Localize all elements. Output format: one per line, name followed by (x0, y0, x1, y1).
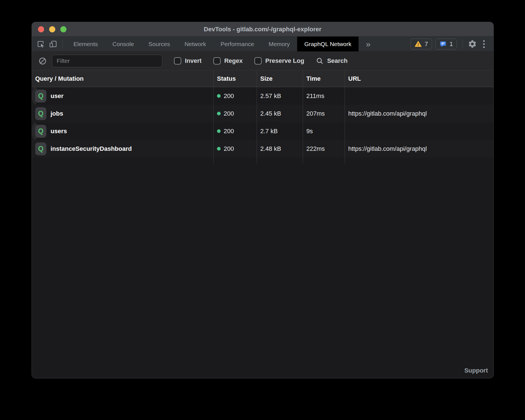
request-time: 9s (306, 128, 313, 135)
tab-network[interactable]: Network (177, 37, 213, 51)
block-icon (38, 57, 47, 65)
kebab-dot (483, 46, 485, 48)
status-ok-dot (217, 94, 221, 98)
status-badges: 7 1 (411, 37, 457, 51)
request-size: 2.45 kB (260, 110, 281, 117)
column-header-status[interactable]: Status (213, 70, 257, 87)
tab-memory[interactable]: Memory (261, 37, 297, 51)
request-url: https://gitlab.com/api/graphql (348, 145, 427, 152)
status-code: 200 (224, 128, 234, 135)
table-row[interactable]: Quser2002.57 kB211mshttps://gitlab.com/a… (32, 87, 38, 105)
status-code: 200 (224, 92, 234, 100)
filter-toolbar: InvertRegexPreserve Log Search (32, 52, 493, 70)
checkbox-box[interactable] (174, 57, 181, 65)
column-header-size[interactable]: Size (257, 70, 303, 87)
warnings-count: 7 (425, 40, 428, 48)
titlebar: DevTools - gitlab.com/-/graphql-explorer (32, 22, 493, 37)
window-title: DevTools - gitlab.com/-/graphql-explorer (32, 26, 493, 33)
query-type-badge: Q (35, 90, 46, 102)
warnings-badge-button[interactable]: 7 (411, 39, 432, 49)
inspect-element-button[interactable] (35, 37, 47, 51)
message-icon (439, 40, 447, 48)
device-toolbar-icon (49, 40, 57, 48)
tabbar-right-separator (462, 40, 463, 48)
query-name: user (51, 92, 63, 100)
kebab-dot (483, 40, 485, 42)
tab-console[interactable]: Console (105, 37, 141, 51)
support-link[interactable]: Support (464, 367, 488, 374)
query-type-badge: Q (35, 142, 46, 155)
table-row[interactable]: QinstanceSecurityDashboard2002.48 kB222m… (32, 140, 493, 157)
issues-badge-button[interactable]: 1 (435, 39, 457, 49)
checkbox-invert[interactable]: Invert (174, 57, 202, 65)
devtools-tabbar: ElementsConsoleSourcesNetworkPerformance… (32, 37, 493, 52)
checkbox-label: Regex (224, 57, 243, 65)
device-toolbar-button[interactable] (47, 37, 59, 51)
request-size: 2.48 kB (260, 145, 281, 152)
query-name: users (51, 128, 67, 135)
panel-body: Support (32, 164, 493, 378)
status-ok-dot (217, 147, 221, 151)
query-name: instanceSecurityDashboard (51, 145, 132, 152)
checkbox-label: Preserve Log (265, 57, 304, 65)
tab-performance[interactable]: Performance (213, 37, 261, 51)
query-type-badge: Q (35, 107, 46, 120)
request-url: https://gitlab.com/api/graphql (348, 110, 427, 117)
table-row[interactable]: Qjobs2002.45 kB207mshttps://gitlab.com/a… (32, 105, 493, 122)
close-window-button[interactable] (38, 26, 44, 32)
checkbox-box[interactable] (254, 57, 262, 65)
tab-sources[interactable]: Sources (141, 37, 177, 51)
warning-icon (414, 40, 422, 48)
more-options-button[interactable] (478, 37, 490, 51)
filter-checkboxes: InvertRegexPreserve Log (162, 57, 304, 65)
search-icon (316, 57, 324, 65)
request-time: 211ms (306, 92, 324, 100)
table-header: Query / Mutation Status Size Time URL (32, 70, 493, 87)
clear-button[interactable] (37, 57, 48, 65)
request-time: 207ms (306, 110, 325, 117)
status-code: 200 (224, 145, 234, 152)
status-code: 200 (224, 110, 234, 117)
query-type-badge: Q (35, 125, 46, 138)
status-ok-dot (217, 129, 221, 133)
request-list: Quser2002.57 kB211mshttps://gitlab.com/a… (32, 87, 493, 157)
column-header-query-mutation[interactable]: Query / Mutation (32, 70, 213, 87)
checkbox-label: Invert (185, 57, 202, 65)
gear-icon (468, 39, 477, 49)
tab-graphql-network[interactable]: GraphQL Network (297, 37, 359, 51)
devtools-window: DevTools - gitlab.com/-/graphql-explorer… (32, 22, 494, 378)
kebab-dot (483, 43, 485, 45)
tab-elements[interactable]: Elements (66, 37, 105, 51)
issues-count: 1 (450, 40, 453, 48)
minimize-window-button[interactable] (49, 26, 55, 32)
query-name: jobs (51, 110, 63, 117)
panel-tabs: ElementsConsoleSourcesNetworkPerformance… (66, 37, 359, 51)
tabbar-separator (63, 40, 63, 48)
search-toggle[interactable]: Search (316, 57, 347, 65)
checkbox-box[interactable] (213, 57, 221, 65)
request-size: 2.7 kB (260, 128, 278, 135)
settings-button[interactable] (466, 37, 478, 51)
column-header-url[interactable]: URL (345, 70, 493, 87)
search-label: Search (327, 57, 347, 65)
filter-input[interactable] (52, 55, 162, 67)
request-time: 222ms (306, 145, 325, 152)
status-ok-dot (217, 112, 221, 115)
checkbox-preserve-log[interactable]: Preserve Log (254, 57, 304, 65)
checkbox-regex[interactable]: Regex (213, 57, 243, 65)
request-size: 2.57 kB (260, 92, 281, 100)
zoom-window-button[interactable] (60, 26, 66, 32)
traffic-lights (38, 26, 66, 32)
table-row[interactable]: Qusers2002.7 kB9shttps://gitlab.com/api/… (32, 122, 38, 140)
more-tabs-button[interactable]: » (359, 37, 378, 51)
inspect-cursor-icon (37, 40, 45, 48)
column-header-time[interactable]: Time (303, 70, 345, 87)
column-divider-extension (32, 157, 493, 164)
